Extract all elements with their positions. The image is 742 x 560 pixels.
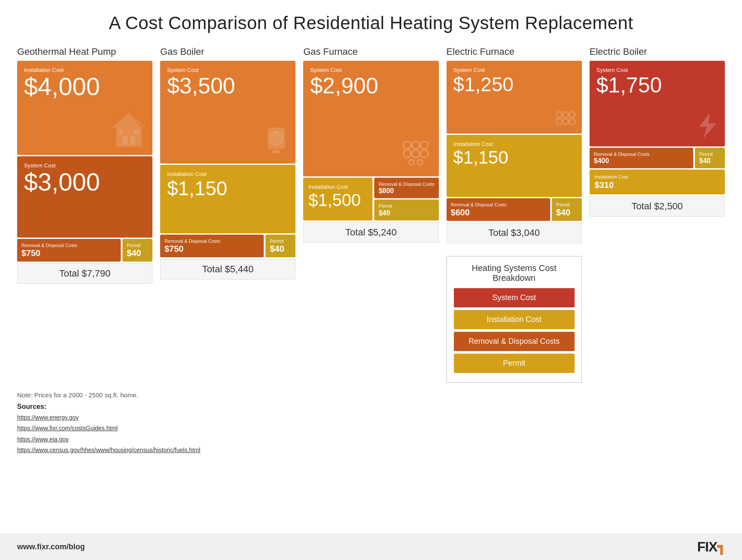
- electric-furnace-removal-permit-row: Removal & Disposal Costs $600 Permit $40: [447, 198, 582, 221]
- electric-boiler-permit-block: Permit $40: [695, 148, 725, 168]
- electric-boiler-removal-label: Removal & Disposal Costs: [594, 151, 689, 157]
- electric-furnace-removal-block: Removal & Disposal Costs $600: [447, 198, 550, 221]
- svg-point-22: [556, 119, 562, 125]
- gas-furnace-install-block: Installation Cost $1,500: [303, 178, 372, 220]
- source-link-3[interactable]: https://www.census.gov/hhes/www/housing/…: [17, 445, 725, 456]
- electric-furnace-install-block: Installation Cost $1,150: [447, 135, 582, 197]
- electric-boiler-install-value: $310: [595, 180, 720, 190]
- electric-boiler-system-block: System Cost $1,750: [590, 61, 725, 146]
- legend-system-cost: System Cost: [454, 288, 575, 307]
- gas-furnace-system-value: $2,900: [310, 74, 432, 98]
- gas-furnace-permit-block: Permit $40: [374, 200, 438, 220]
- svg-rect-4: [134, 130, 139, 134]
- column-gas-furnace: Gas Furnace System Cost $2,900: [303, 46, 438, 243]
- electric-boiler-install-block: Installation Cost $310: [590, 170, 725, 194]
- svg-point-23: [563, 119, 569, 125]
- page-container: A Cost Comparison of Residential Heating…: [0, 0, 742, 560]
- geo-install-value: $4,000: [24, 74, 146, 100]
- electric-furnace-permit-block: Permit $40: [552, 198, 582, 221]
- gas-furnace-removal-value: $800: [378, 187, 434, 195]
- col-title-gas-furnace: Gas Furnace: [303, 46, 438, 57]
- note-text: Note: Prices for a 2000 - 2500 sq.ft. ho…: [17, 391, 725, 399]
- legend-removal-cost: Removal & Disposal Costs: [454, 332, 575, 351]
- electric-furnace-icon: [553, 107, 578, 130]
- columns-row: Geothermal Heat Pump Installation Cost $…: [17, 46, 725, 383]
- electric-boiler-removal-value: $400: [594, 157, 689, 165]
- gas-boiler-removal-value: $750: [164, 244, 259, 254]
- source-link-0[interactable]: https://www.energy.gov: [17, 412, 725, 423]
- svg-point-17: [409, 160, 414, 165]
- geo-system-block: System Cost $3,000: [17, 156, 152, 238]
- gas-boiler-permit-block: Permit $40: [265, 235, 295, 257]
- gas-boiler-permit-label: Permit: [270, 238, 291, 244]
- svg-marker-0: [112, 113, 146, 147]
- column-gas-boiler: Gas Boiler System Cost $3,500: [160, 46, 295, 280]
- svg-point-24: [569, 119, 575, 125]
- footer-url: www.fixr.com/blog: [17, 542, 85, 551]
- svg-rect-2: [130, 136, 135, 145]
- svg-rect-3: [119, 130, 123, 134]
- lightning-icon: [695, 110, 721, 142]
- geo-removal-permit-row: Removal & Disposal Costs $750 Permit $40: [17, 239, 152, 262]
- gas-boiler-install-value: $1,150: [167, 178, 289, 200]
- svg-point-9: [274, 130, 278, 134]
- legend-permit: Permit: [454, 354, 575, 373]
- gas-furnace-install-label: Installation Cost: [308, 184, 367, 191]
- gas-boiler-total: Total $5,440: [160, 259, 295, 280]
- geo-removal-block: Removal & Disposal Costs $750: [17, 239, 121, 262]
- electric-furnace-permit-value: $40: [556, 208, 578, 217]
- svg-point-21: [569, 112, 575, 118]
- legend-title: Heating Systems Cost Breakdown: [454, 263, 575, 283]
- geo-permit-value: $40: [127, 248, 148, 258]
- svg-marker-25: [699, 113, 716, 138]
- geo-system-value: $3,000: [24, 169, 146, 195]
- geo-removal-value: $750: [21, 248, 116, 258]
- column-electric-boiler: Electric Boiler System Cost $1,750 Remov…: [590, 46, 725, 217]
- gas-furnace-removal-label: Removal & Disposal Costs: [378, 181, 434, 187]
- svg-point-14: [403, 150, 411, 158]
- electric-furnace-install-label: Installation Cost: [453, 141, 575, 148]
- boiler-icon: [261, 123, 291, 159]
- gas-boiler-install-block: Installation Cost $1,150: [160, 165, 295, 233]
- gas-boiler-removal-label: Removal & Disposal Costs: [164, 238, 259, 244]
- legend-box: Heating Systems Cost Breakdown System Co…: [447, 256, 582, 383]
- gas-furnace-removal-block: Removal & Disposal Costs $800: [374, 178, 438, 198]
- gas-boiler-removal-permit-row: Removal & Disposal Costs $750 Permit $40: [160, 235, 295, 257]
- gas-boiler-install-label: Installation Cost: [167, 171, 289, 178]
- svg-point-19: [556, 112, 562, 118]
- electric-furnace-system-label: System Cost: [453, 67, 575, 74]
- electric-furnace-total: Total $3,040: [447, 223, 582, 243]
- svg-rect-10: [272, 150, 280, 153]
- furnace-icon: [399, 134, 433, 170]
- electric-boiler-permit-label: Permit: [699, 151, 721, 157]
- source-link-2[interactable]: https://www.eia.gov: [17, 434, 725, 445]
- electric-furnace-system-value: $1,250: [453, 74, 575, 95]
- geo-total: Total $7,790: [17, 263, 152, 284]
- notes-section: Note: Prices for a 2000 - 2500 sq.ft. ho…: [17, 391, 725, 456]
- gas-furnace-install-removal-row: Installation Cost $1,500 Removal & Dispo…: [303, 178, 438, 220]
- gas-boiler-system-value: $3,500: [167, 74, 289, 98]
- col-title-electric-boiler: Electric Boiler: [590, 46, 725, 57]
- page-title: A Cost Comparison of Residential Heating…: [17, 13, 725, 33]
- bottom-section: Note: Prices for a 2000 - 2500 sq.ft. ho…: [17, 391, 725, 456]
- gas-boiler-system-block: System Cost $3,500: [160, 61, 295, 164]
- column-electric-furnace: Electric Furnace System Cost $1,250: [447, 46, 582, 383]
- gas-boiler-removal-block: Removal & Disposal Costs $750: [160, 235, 264, 257]
- gas-furnace-install-value: $1,500: [308, 191, 367, 209]
- col-title-electric-furnace: Electric Furnace: [447, 46, 582, 57]
- legend-install-cost: Installation Cost: [454, 310, 575, 329]
- gas-furnace-total: Total $5,240: [303, 222, 438, 243]
- source-link-1[interactable]: https://www.fixr.com/costsGuides.html: [17, 423, 725, 434]
- gas-furnace-system-label: System Cost: [310, 67, 432, 74]
- electric-boiler-system-value: $1,750: [596, 74, 718, 97]
- svg-point-13: [420, 141, 428, 149]
- electric-furnace-permit-label: Permit: [556, 202, 578, 208]
- electric-boiler-removal-permit-row: Removal & Disposal Costs $400 Permit $40: [590, 148, 725, 168]
- electric-boiler-system-label: System Cost: [596, 67, 718, 74]
- electric-boiler-total: Total $2,500: [590, 196, 725, 217]
- fixr-logo-r: ┓: [717, 539, 725, 554]
- electric-boiler-permit-value: $40: [699, 157, 721, 165]
- gas-boiler-permit-value: $40: [270, 244, 291, 254]
- svg-point-18: [417, 160, 423, 165]
- col-title-geo: Geothermal Heat Pump: [17, 46, 152, 57]
